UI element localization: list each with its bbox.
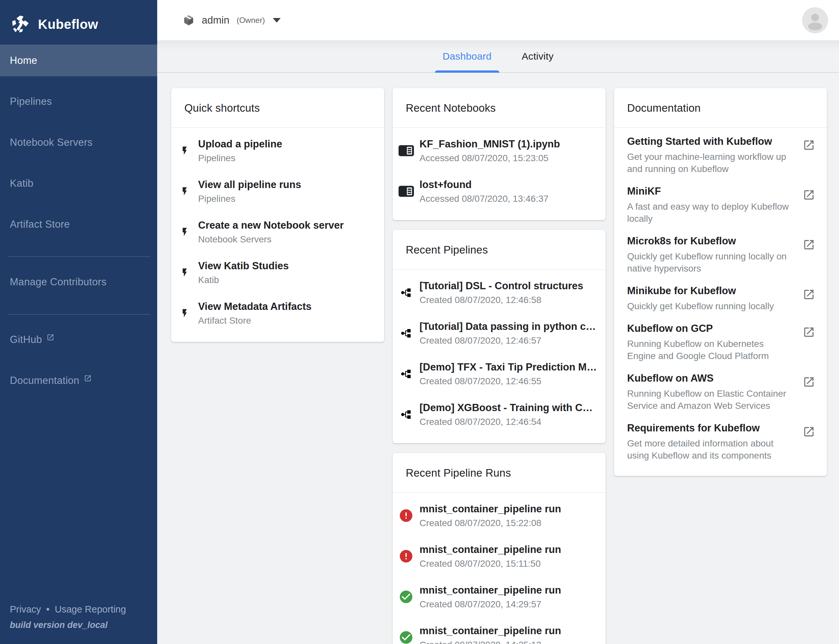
card-title: Recent Notebooks [392,88,606,128]
shortcut-subtitle: Pipelines [198,194,376,204]
pipeline-item[interactable]: [Tutorial] Data passing in python comp… … [392,313,606,353]
pipeline-meta: Created 08/07/2020, 12:46:57 [419,335,598,346]
person-icon [802,7,828,33]
doc-desc: Running Kubeflow on Elastic Container Se… [627,388,795,412]
external-link-icon [46,334,54,341]
doc-desc: Quickly get Kubeflow running locally on … [627,250,795,274]
pipeline-run-item[interactable]: mnist_container_pipeline run Created 08/… [392,495,606,536]
doc-title: Getting Started with Kubeflow [627,136,795,148]
doc-link-requirements[interactable]: Requirements for Kubeflow Get more detai… [614,422,827,462]
pipeline-run-item[interactable]: mnist_container_pipeline run Created 08/… [392,577,606,617]
tab-label: Activity [522,51,553,62]
notebook-meta: Accessed 08/07/2020, 13:46:37 [419,194,598,204]
pipeline-run-item[interactable]: mnist_container_pipeline run Created 08/… [392,617,606,644]
error-status-icon [392,508,419,523]
doc-title: Microk8s for Kubeflow [627,235,795,247]
doc-link-microk8s[interactable]: Microk8s for Kubeflow Quickly get Kubefl… [614,235,827,274]
run-meta: Created 08/07/2020, 15:11:50 [419,559,598,569]
shortcut-view-pipeline-runs[interactable]: View all pipeline runs Pipelines [171,171,384,212]
card-quick-shortcuts: Quick shortcuts Upload a pipeline Pipeli… [171,88,384,342]
pipeline-title: [Demo] TFX - Taxi Tip Prediction Model … [419,361,598,373]
doc-title: Requirements for Kubeflow [627,422,795,434]
tab-dashboard[interactable]: Dashboard [428,40,507,72]
pipeline-item[interactable]: [Tutorial] DSL - Control structures Crea… [392,272,606,313]
brand[interactable]: Kubeflow [0,0,157,40]
notebook-item[interactable]: lost+found Accessed 08/07/2020, 13:46:37 [392,171,606,212]
shortcut-view-metadata-artifacts[interactable]: View Metadata Artifacts Artifact Store [171,293,384,334]
run-meta: Created 08/07/2020, 14:29:57 [419,599,598,610]
pipeline-icon [392,409,419,420]
avatar[interactable] [802,7,828,33]
shortcut-subtitle: Pipelines [198,153,376,163]
doc-link-gcp[interactable]: Kubeflow on GCP Running Kubeflow on Kube… [614,323,827,362]
sidebar-item-katib[interactable]: Katib [0,163,157,204]
doc-link-minikube[interactable]: Minikube for Kubeflow Quickly get Kubefl… [614,285,827,312]
run-meta: Created 08/07/2020, 15:22:08 [419,518,598,528]
open-in-new-icon [803,288,815,312]
shortcut-title: View Katib Studies [198,260,376,272]
column-1: Quick shortcuts Upload a pipeline Pipeli… [171,88,384,342]
shortcut-title: View Metadata Artifacts [198,301,376,312]
privacy-link[interactable]: Privacy [10,604,41,615]
doc-desc: Get more detailed information about usin… [627,437,795,462]
usage-reporting-link[interactable]: Usage Reporting [55,604,126,615]
cube-icon [183,15,195,26]
sidebar-item-pipelines[interactable]: Pipelines [0,81,157,122]
notebook-title: lost+found [419,179,598,191]
card-recent-pipelines: Recent Pipelines [Tutorial] DSL - Contro… [392,230,606,443]
sidebar-item-notebook-servers[interactable]: Notebook Servers [0,122,157,163]
card-title: Quick shortcuts [171,88,384,128]
notebook-title: KF_Fashion_MNIST (1).ipynb [419,138,598,150]
caret-down-icon [273,18,281,23]
bolt-icon [171,306,198,321]
doc-title: MiniKF [627,186,795,197]
pipeline-icon [392,368,419,380]
sidebar-footer: Privacy • Usage Reporting build version … [10,604,126,630]
doc-desc: Get your machine-learning workflow up an… [627,151,795,175]
bolt-icon [171,184,198,199]
shortcut-title: Upload a pipeline [198,138,376,150]
footer-separator: • [46,604,49,615]
notebook-item[interactable]: KF_Fashion_MNIST (1).ipynb Accessed 08/0… [392,130,606,171]
notebook-icon [392,186,419,197]
sidebar-item-label: Artifact Store [10,219,70,230]
pipeline-run-item[interactable]: mnist_container_pipeline run Created 08/… [392,536,606,577]
sidebar-item-home[interactable]: Home [0,44,157,76]
sidebar-item-label: Katib [10,177,33,189]
error-status-icon [392,549,419,564]
build-version: build version dev_local [10,620,126,630]
sidebar-item-artifact-store[interactable]: Artifact Store [0,204,157,245]
tab-bar: Dashboard Activity [157,40,839,73]
doc-link-aws[interactable]: Kubeflow on AWS Running Kubeflow on Elas… [614,373,827,412]
shortcut-upload-pipeline[interactable]: Upload a pipeline Pipelines [171,130,384,171]
pipeline-item[interactable]: [Demo] TFX - Taxi Tip Prediction Model …… [392,353,606,394]
shortcut-create-notebook-server[interactable]: Create a new Notebook server Notebook Se… [171,212,384,252]
doc-link-minikf[interactable]: MiniKF A fast and easy way to deploy Kub… [614,186,827,225]
sidebar-item-manage-contributors[interactable]: Manage Contributors [0,261,157,302]
shortcut-title: Create a new Notebook server [198,220,376,231]
sidebar-item-github[interactable]: GitHub [0,319,157,360]
sidebar-item-documentation[interactable]: Documentation [0,360,157,401]
pipeline-item[interactable]: [Demo] XGBoost - Training with Confusi… … [392,394,606,435]
doc-link-getting-started[interactable]: Getting Started with Kubeflow Get your m… [614,136,827,175]
namespace-selector[interactable]: admin (Owner) [183,15,281,26]
sidebar-item-label: Pipelines [10,96,52,107]
success-status-icon [392,589,419,605]
card-recent-notebooks: Recent Notebooks KF_Fashion_MNIST (1).ip… [392,88,606,220]
doc-title: Kubeflow on AWS [627,373,795,384]
pipeline-meta: Created 08/07/2020, 12:46:55 [419,376,598,386]
top-header: admin (Owner) [157,0,839,40]
run-title: mnist_container_pipeline run [419,584,598,596]
shortcut-subtitle: Artifact Store [198,315,376,326]
tab-activity[interactable]: Activity [507,40,568,72]
open-in-new-icon [803,376,815,412]
doc-desc: Quickly get Kubeflow running locally [627,300,795,312]
card-documentation: Documentation Getting Started with Kubef… [614,88,827,476]
sidebar-item-label: Documentation [10,375,79,386]
success-status-icon [392,630,419,644]
notebook-meta: Accessed 08/07/2020, 15:23:05 [419,153,598,163]
card-title: Recent Pipeline Runs [392,453,606,493]
sidebar-item-label: Notebook Servers [10,136,93,148]
shortcut-view-katib-studies[interactable]: View Katib Studies Katib [171,252,384,293]
sidebar-item-label: Home [10,55,37,66]
